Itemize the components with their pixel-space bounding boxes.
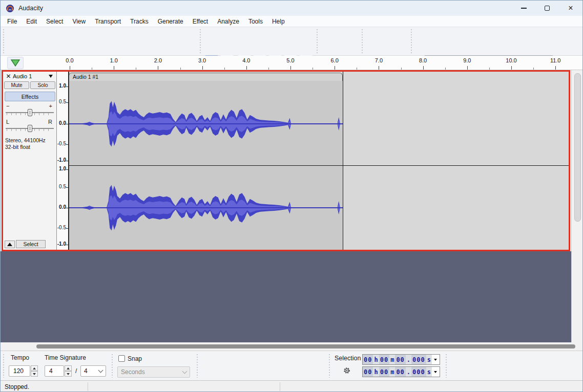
mute-button[interactable]: Mute — [4, 81, 29, 89]
track-select-button[interactable]: Select — [16, 240, 46, 248]
toolbar-grip[interactable] — [328, 354, 331, 378]
menu-item-tools[interactable]: Tools — [244, 17, 267, 26]
ruler-tick-label: 4.0 — [242, 57, 250, 63]
menu-item-edit[interactable]: Edit — [22, 17, 41, 26]
track-menu-caret-icon — [49, 75, 53, 78]
time-field-cell[interactable]: m — [389, 367, 395, 377]
amp-scale-tick — [66, 102, 68, 103]
gain-slider-handle[interactable] — [28, 109, 32, 116]
horizontal-scrollbar[interactable] — [1, 342, 582, 351]
selection-end-display[interactable]: 00h00m00.000s — [362, 366, 440, 377]
time-field-cell[interactable]: 00 — [379, 355, 389, 364]
menu-item-file[interactable]: File — [3, 17, 22, 26]
amp-scale-label: -0.5 — [57, 225, 66, 230]
vertical-scale-ruler[interactable]: 1.00.50.0-0.5-1.01.00.50.0-0.5-1.0 — [57, 72, 69, 250]
ruler-tick-label: 2.0 — [154, 57, 162, 63]
time-signature-spinner[interactable] — [65, 365, 72, 377]
toolbar-grip[interactable] — [410, 29, 413, 54]
effects-button[interactable]: Effects — [5, 92, 55, 101]
toolbar-grip[interactable] — [111, 354, 114, 378]
time-field-cell[interactable]: . — [406, 355, 411, 364]
clip-header[interactable]: Audio 1 #1 — [69, 73, 343, 81]
vertical-scrollbar[interactable] — [571, 70, 583, 342]
waveform-left-channel[interactable] — [69, 81, 343, 165]
time-field-cell[interactable]: . — [406, 367, 411, 377]
ruler-tick — [489, 68, 490, 70]
toolbar-grip[interactable] — [445, 354, 448, 378]
snap-mode-value: Seconds — [121, 368, 145, 376]
time-field-cell[interactable]: h — [373, 355, 379, 364]
selection-start-display[interactable]: 00h00m00.000s — [362, 354, 440, 365]
ruler-tick — [467, 66, 468, 70]
selection-settings-button[interactable] — [343, 366, 351, 375]
ruler-tick-label: 0.0 — [66, 57, 73, 63]
timeline-options-button[interactable] — [7, 57, 24, 69]
time-field-cell[interactable]: 000 — [411, 355, 426, 364]
amp-scale-label: 0.5 — [59, 99, 66, 104]
tempo-spinner[interactable] — [31, 365, 38, 377]
time-field-cell[interactable]: 000 — [411, 367, 426, 377]
close-button[interactable]: × — [559, 1, 582, 16]
toolbar-grip[interactable] — [3, 29, 5, 54]
bottom-toolbar: Tempo Time Signature / 4 Snap Seconds 00… — [1, 351, 582, 380]
audacity-window: Audacity × FileEditSelectViewTransportTr… — [0, 0, 583, 392]
time-field-cell[interactable]: 00 — [363, 355, 373, 364]
chevron-down-icon — [434, 371, 437, 373]
toolbar-grip[interactable] — [361, 29, 364, 54]
menu-item-effect[interactable]: Effect — [188, 17, 213, 26]
waveform-right-channel[interactable] — [69, 165, 343, 249]
track-close-button[interactable]: ✕ — [5, 73, 12, 79]
menu-item-view[interactable]: View — [68, 17, 90, 26]
menu-item-generate[interactable]: Generate — [153, 17, 188, 26]
time-field-cell[interactable]: 00 — [395, 355, 405, 364]
clip-right-edge[interactable] — [343, 72, 343, 250]
ruler-tick-label: 11.0 — [550, 57, 561, 63]
amp-scale-tick — [66, 208, 68, 208]
time-field-cell[interactable]: 00 — [363, 367, 373, 377]
menu-item-help[interactable]: Help — [267, 17, 289, 26]
menu-item-transport[interactable]: Transport — [90, 17, 126, 26]
track-title-dropdown[interactable]: Audio 1 — [13, 73, 55, 80]
menu-item-analyze[interactable]: Analyze — [213, 17, 244, 26]
snap-checkbox[interactable] — [118, 355, 125, 362]
time-field-cell[interactable]: s — [426, 367, 432, 377]
menu-item-select[interactable]: Select — [41, 17, 68, 26]
tempo-input[interactable] — [9, 365, 30, 377]
ruler-tick-label: 5.0 — [286, 57, 294, 63]
time-field-menu-button[interactable] — [432, 355, 440, 364]
ruler-tick — [180, 68, 181, 70]
solo-button[interactable]: Solo — [30, 81, 55, 89]
time-field-cell[interactable]: 00 — [379, 367, 389, 377]
horizontal-scrollbar-thumb[interactable] — [36, 344, 575, 349]
time-field-cell[interactable]: h — [373, 367, 379, 377]
maximize-button[interactable] — [535, 1, 559, 16]
gain-slider[interactable] — [6, 109, 54, 116]
time-field-cell[interactable]: s — [426, 355, 432, 364]
track-canvas-background[interactable] — [1, 251, 571, 342]
timeline-ruler[interactable]: 0.01.02.03.04.05.06.07.08.09.010.011.0 — [1, 56, 582, 70]
time-signature-lower-select[interactable]: 4 — [80, 365, 106, 377]
minimize-button[interactable] — [512, 1, 535, 16]
track-title: Audio 1 — [13, 73, 32, 79]
amp-scale-label: -0.5 — [57, 141, 66, 146]
pan-slider-handle[interactable] — [28, 125, 32, 132]
amp-scale-tick — [66, 86, 68, 87]
vertical-scrollbar-thumb[interactable] — [574, 73, 581, 222]
time-field-cell[interactable]: m — [389, 355, 395, 364]
snap-mode-select[interactable]: Seconds — [117, 366, 190, 378]
toolbar-grip[interactable] — [199, 29, 202, 54]
ruler-tick-label: 6.0 — [331, 57, 339, 63]
chevron-down-icon — [182, 369, 188, 374]
close-icon: × — [568, 4, 573, 12]
collapse-track-button[interactable] — [5, 241, 15, 248]
toolbar-grip[interactable] — [3, 354, 5, 378]
pan-slider[interactable] — [6, 125, 54, 132]
toolbar-grip[interactable] — [316, 29, 319, 54]
toolbar-grip[interactable] — [196, 354, 199, 378]
menu-item-tracks[interactable]: Tracks — [126, 17, 153, 26]
time-field-menu-button[interactable] — [432, 367, 440, 377]
tempo-label: Tempo — [11, 354, 29, 361]
time-field-cell[interactable]: 00 — [395, 367, 405, 377]
window-title: Audacity — [18, 5, 43, 12]
time-signature-upper-input[interactable] — [45, 365, 64, 377]
